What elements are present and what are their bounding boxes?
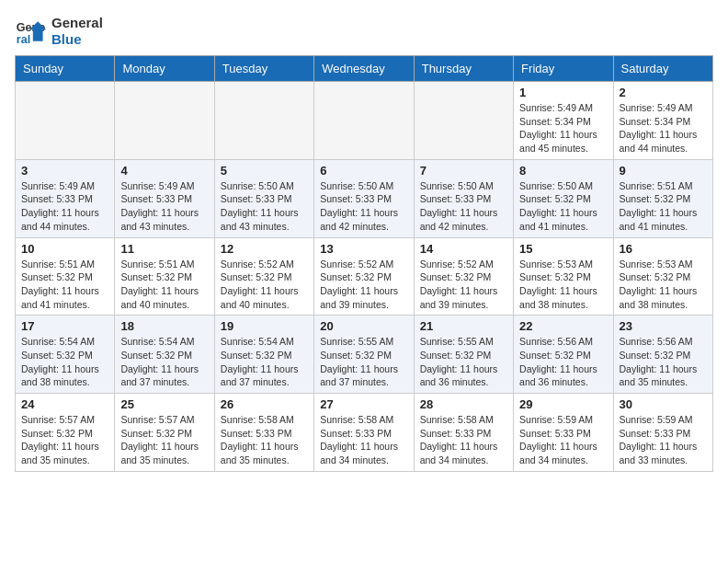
calendar: SundayMondayTuesdayWednesdayThursdayFrid… bbox=[15, 55, 713, 472]
calendar-cell: 4Sunrise: 5:49 AMSunset: 5:33 PMDaylight… bbox=[115, 159, 214, 237]
calendar-cell: 12Sunrise: 5:52 AMSunset: 5:32 PMDayligh… bbox=[214, 237, 313, 316]
day-info: Sunrise: 5:51 AMSunset: 5:32 PMDaylight:… bbox=[120, 258, 208, 312]
day-number: 4 bbox=[120, 164, 208, 178]
day-info: Sunrise: 5:49 AMSunset: 5:34 PMDaylight:… bbox=[519, 101, 607, 155]
header-saturday: Saturday bbox=[613, 56, 712, 82]
day-info: Sunrise: 5:49 AMSunset: 5:33 PMDaylight:… bbox=[21, 179, 108, 234]
day-number: 5 bbox=[221, 164, 308, 178]
day-info: Sunrise: 5:50 AMSunset: 5:33 PMDaylight:… bbox=[320, 179, 407, 234]
day-number: 14 bbox=[420, 242, 507, 256]
day-number: 16 bbox=[620, 242, 707, 256]
day-number: 21 bbox=[420, 319, 507, 333]
calendar-cell: 20Sunrise: 5:55 AMSunset: 5:32 PMDayligh… bbox=[314, 316, 414, 394]
day-number: 8 bbox=[519, 164, 607, 178]
day-info: Sunrise: 5:54 AMSunset: 5:32 PMDaylight:… bbox=[120, 335, 208, 389]
day-info: Sunrise: 5:51 AMSunset: 5:32 PMDaylight:… bbox=[620, 179, 707, 234]
logo-line1: General bbox=[51, 15, 103, 31]
calendar-cell: 29Sunrise: 5:59 AMSunset: 5:33 PMDayligh… bbox=[514, 394, 613, 472]
day-number: 20 bbox=[320, 319, 407, 333]
calendar-cell bbox=[314, 82, 414, 160]
calendar-cell: 22Sunrise: 5:56 AMSunset: 5:32 PMDayligh… bbox=[514, 316, 613, 394]
day-number: 30 bbox=[620, 397, 707, 411]
header-thursday: Thursday bbox=[414, 56, 513, 82]
day-number: 10 bbox=[21, 242, 108, 256]
day-info: Sunrise: 5:49 AMSunset: 5:33 PMDaylight:… bbox=[120, 179, 208, 234]
day-number: 19 bbox=[221, 319, 308, 333]
day-info: Sunrise: 5:56 AMSunset: 5:32 PMDaylight:… bbox=[519, 335, 607, 389]
day-number: 28 bbox=[420, 397, 507, 411]
header-sunday: Sunday bbox=[16, 56, 115, 82]
calendar-header-row: SundayMondayTuesdayWednesdayThursdayFrid… bbox=[16, 56, 713, 82]
calendar-cell: 17Sunrise: 5:54 AMSunset: 5:32 PMDayligh… bbox=[16, 316, 115, 394]
day-number: 23 bbox=[620, 319, 707, 333]
day-number: 12 bbox=[221, 242, 308, 256]
calendar-cell: 10Sunrise: 5:51 AMSunset: 5:32 PMDayligh… bbox=[16, 237, 115, 316]
day-number: 15 bbox=[519, 242, 607, 256]
day-info: Sunrise: 5:58 AMSunset: 5:33 PMDaylight:… bbox=[320, 413, 407, 467]
calendar-cell: 9Sunrise: 5:51 AMSunset: 5:32 PMDaylight… bbox=[613, 159, 712, 237]
day-info: Sunrise: 5:50 AMSunset: 5:32 PMDaylight:… bbox=[519, 179, 607, 234]
day-info: Sunrise: 5:49 AMSunset: 5:34 PMDaylight:… bbox=[620, 101, 707, 155]
day-number: 26 bbox=[221, 397, 308, 411]
calendar-cell: 25Sunrise: 5:57 AMSunset: 5:32 PMDayligh… bbox=[115, 394, 214, 472]
day-number: 3 bbox=[21, 164, 108, 178]
day-number: 17 bbox=[21, 319, 108, 333]
day-info: Sunrise: 5:53 AMSunset: 5:32 PMDaylight:… bbox=[519, 258, 607, 312]
day-info: Sunrise: 5:50 AMSunset: 5:33 PMDaylight:… bbox=[420, 179, 507, 234]
calendar-cell: 21Sunrise: 5:55 AMSunset: 5:32 PMDayligh… bbox=[414, 316, 513, 394]
day-info: Sunrise: 5:57 AMSunset: 5:32 PMDaylight:… bbox=[120, 413, 208, 467]
week-row-3: 10Sunrise: 5:51 AMSunset: 5:32 PMDayligh… bbox=[16, 237, 713, 316]
calendar-cell: 6Sunrise: 5:50 AMSunset: 5:33 PMDaylight… bbox=[314, 159, 414, 237]
day-info: Sunrise: 5:58 AMSunset: 5:33 PMDaylight:… bbox=[221, 413, 308, 467]
day-number: 27 bbox=[320, 397, 407, 411]
day-info: Sunrise: 5:55 AMSunset: 5:32 PMDaylight:… bbox=[420, 335, 507, 389]
logo-line2: Blue bbox=[51, 31, 103, 48]
svg-text:ral: ral bbox=[17, 33, 30, 46]
day-number: 6 bbox=[320, 164, 407, 178]
calendar-cell bbox=[214, 82, 313, 160]
calendar-cell: 24Sunrise: 5:57 AMSunset: 5:32 PMDayligh… bbox=[16, 394, 115, 472]
day-info: Sunrise: 5:54 AMSunset: 5:32 PMDaylight:… bbox=[221, 335, 308, 389]
day-info: Sunrise: 5:53 AMSunset: 5:32 PMDaylight:… bbox=[620, 258, 707, 312]
day-info: Sunrise: 5:51 AMSunset: 5:32 PMDaylight:… bbox=[21, 258, 108, 312]
day-info: Sunrise: 5:58 AMSunset: 5:33 PMDaylight:… bbox=[420, 413, 507, 467]
day-number: 11 bbox=[120, 242, 208, 256]
day-number: 29 bbox=[519, 397, 607, 411]
calendar-cell: 30Sunrise: 5:59 AMSunset: 5:33 PMDayligh… bbox=[613, 394, 712, 472]
week-row-1: 1Sunrise: 5:49 AMSunset: 5:34 PMDaylight… bbox=[16, 82, 713, 160]
day-info: Sunrise: 5:56 AMSunset: 5:32 PMDaylight:… bbox=[620, 335, 707, 389]
day-info: Sunrise: 5:52 AMSunset: 5:32 PMDaylight:… bbox=[420, 258, 507, 312]
calendar-cell: 23Sunrise: 5:56 AMSunset: 5:32 PMDayligh… bbox=[613, 316, 712, 394]
week-row-2: 3Sunrise: 5:49 AMSunset: 5:33 PMDaylight… bbox=[16, 159, 713, 237]
day-number: 25 bbox=[120, 397, 208, 411]
calendar-cell: 27Sunrise: 5:58 AMSunset: 5:33 PMDayligh… bbox=[314, 394, 414, 472]
day-number: 7 bbox=[420, 164, 507, 178]
calendar-cell: 18Sunrise: 5:54 AMSunset: 5:32 PMDayligh… bbox=[115, 316, 214, 394]
week-row-5: 24Sunrise: 5:57 AMSunset: 5:32 PMDayligh… bbox=[16, 394, 713, 472]
calendar-cell: 3Sunrise: 5:49 AMSunset: 5:33 PMDaylight… bbox=[16, 159, 115, 237]
header-tuesday: Tuesday bbox=[214, 56, 313, 82]
logo: Gene ral General Blue bbox=[15, 15, 103, 48]
day-number: 13 bbox=[320, 242, 407, 256]
day-number: 22 bbox=[519, 319, 607, 333]
calendar-cell bbox=[16, 82, 115, 160]
day-info: Sunrise: 5:54 AMSunset: 5:32 PMDaylight:… bbox=[21, 335, 108, 389]
day-number: 9 bbox=[620, 164, 707, 178]
calendar-cell: 13Sunrise: 5:52 AMSunset: 5:32 PMDayligh… bbox=[314, 237, 414, 316]
day-number: 2 bbox=[620, 86, 707, 99]
calendar-cell: 26Sunrise: 5:58 AMSunset: 5:33 PMDayligh… bbox=[214, 394, 313, 472]
calendar-cell: 14Sunrise: 5:52 AMSunset: 5:32 PMDayligh… bbox=[414, 237, 513, 316]
day-number: 24 bbox=[21, 397, 108, 411]
day-number: 1 bbox=[519, 86, 607, 99]
calendar-cell: 7Sunrise: 5:50 AMSunset: 5:33 PMDaylight… bbox=[414, 159, 513, 237]
header: Gene ral General Blue bbox=[15, 15, 713, 48]
calendar-cell: 16Sunrise: 5:53 AMSunset: 5:32 PMDayligh… bbox=[613, 237, 712, 316]
day-number: 18 bbox=[120, 319, 208, 333]
day-info: Sunrise: 5:55 AMSunset: 5:32 PMDaylight:… bbox=[320, 335, 407, 389]
calendar-cell: 1Sunrise: 5:49 AMSunset: 5:34 PMDaylight… bbox=[514, 82, 613, 160]
day-info: Sunrise: 5:59 AMSunset: 5:33 PMDaylight:… bbox=[620, 413, 707, 467]
calendar-cell: 11Sunrise: 5:51 AMSunset: 5:32 PMDayligh… bbox=[115, 237, 214, 316]
calendar-cell: 5Sunrise: 5:50 AMSunset: 5:33 PMDaylight… bbox=[214, 159, 313, 237]
calendar-cell: 2Sunrise: 5:49 AMSunset: 5:34 PMDaylight… bbox=[613, 82, 712, 160]
day-info: Sunrise: 5:52 AMSunset: 5:32 PMDaylight:… bbox=[320, 258, 407, 312]
